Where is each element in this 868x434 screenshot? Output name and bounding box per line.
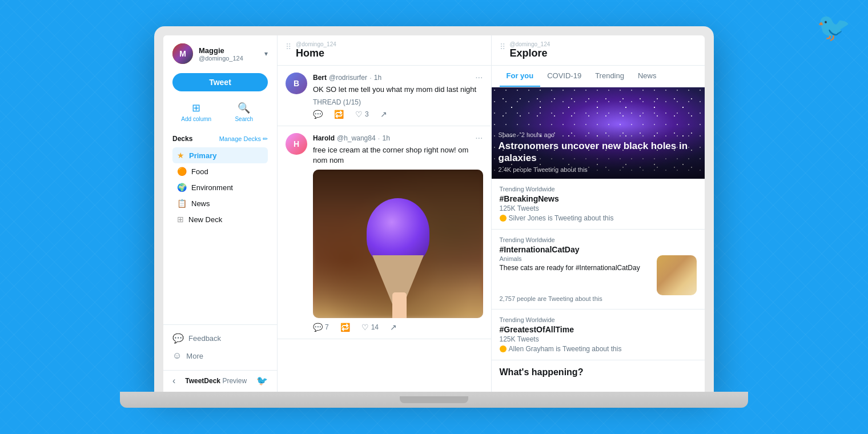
share-action[interactable]: ↗ bbox=[380, 110, 387, 119]
tweet-username: Bert bbox=[313, 74, 327, 82]
drag-handle-icon: ⠿ bbox=[286, 41, 291, 51]
laptop-notch bbox=[400, 396, 468, 403]
search-icon: 🔍 bbox=[238, 102, 250, 114]
explore-body: Space · 2 hours ago Astronomers uncover … bbox=[492, 87, 705, 392]
tab-covid19[interactable]: COVID-19 bbox=[540, 66, 588, 87]
like-count: 3 bbox=[365, 110, 369, 118]
avatar-image: M bbox=[172, 43, 193, 64]
tweet-text: free ice cream at the corner shop right … bbox=[313, 145, 483, 166]
chevron-down-icon[interactable]: ▾ bbox=[264, 50, 268, 58]
trending-description: These cats are ready for #InternationalC… bbox=[500, 264, 652, 272]
deck-item-news[interactable]: 📋 News bbox=[172, 195, 268, 211]
like-action[interactable]: ♡ 3 bbox=[355, 110, 369, 119]
tab-trending[interactable]: Trending bbox=[588, 66, 631, 87]
retweet-action[interactable]: 🔁 bbox=[334, 110, 344, 119]
ice-cream-hand bbox=[392, 292, 407, 318]
laptop-shell: M Maggie @domingo_124 ▾ Tweet bbox=[154, 26, 714, 392]
trending-by: Allen Grayham is Tweeting about this bbox=[500, 345, 697, 353]
share-action[interactable]: ↗ bbox=[390, 323, 397, 332]
tab-news[interactable]: News bbox=[631, 66, 664, 87]
reply-action[interactable]: 💬 bbox=[313, 110, 323, 119]
trending-cat-image bbox=[657, 255, 697, 295]
hero-stats: 2.4K people Tweeting about this bbox=[499, 166, 698, 173]
sidebar-user-header: M Maggie @domingo_124 ▾ bbox=[163, 35, 277, 70]
trending-item-breaking-news[interactable]: Trending Worldwide #BreakingNews 125K Tw… bbox=[492, 179, 705, 230]
tweet-more-icon[interactable]: ··· bbox=[475, 133, 483, 143]
tweet-more-icon[interactable]: ··· bbox=[475, 73, 483, 83]
ice-cream-photo bbox=[313, 170, 483, 318]
feedback-item[interactable]: 💬 Feedback bbox=[172, 329, 268, 347]
tweetdeck-app: M Maggie @domingo_124 ▾ Tweet bbox=[163, 35, 705, 392]
drag-handle-icon: ⠿ bbox=[500, 41, 505, 51]
trending-text: Animals These cats are ready for #Intern… bbox=[500, 255, 652, 274]
hero-overlay: Space · 2 hours ago Astronomers uncover … bbox=[492, 126, 705, 179]
reply-action[interactable]: 💬 7 bbox=[313, 323, 329, 332]
deck-label-food: Food bbox=[191, 167, 208, 176]
trending-item-goat[interactable]: Trending Worldwide #GreatestOfAllTime 12… bbox=[492, 310, 705, 360]
footer-twitter-icon: 🐦 bbox=[256, 375, 268, 386]
user-info: Maggie @domingo_124 bbox=[199, 46, 243, 62]
hero-category: Space · 2 hours ago bbox=[499, 131, 698, 138]
tweet-avatar: B bbox=[286, 73, 307, 94]
back-arrow-icon[interactable]: ‹ bbox=[172, 376, 175, 386]
tweet-content: Harold @h_wang84 · 1h ··· free ice cream… bbox=[313, 133, 483, 331]
explore-column-title: Explore bbox=[510, 47, 697, 59]
tweet-handle: @rodrisurfer bbox=[329, 74, 367, 82]
tweet-header: Harold @h_wang84 · 1h ··· bbox=[313, 133, 483, 143]
sidebar-nav: ⊞ Add column 🔍 Search bbox=[163, 99, 277, 129]
tab-for-you[interactable]: For you bbox=[500, 66, 541, 87]
tweet-button[interactable]: Tweet bbox=[172, 73, 268, 91]
like-count: 14 bbox=[371, 323, 379, 331]
search-nav[interactable]: 🔍 Search bbox=[220, 102, 268, 122]
share-icon: ↗ bbox=[380, 110, 387, 119]
trending-tag: #BreakingNews bbox=[500, 194, 697, 203]
deck-label-news: News bbox=[191, 199, 210, 208]
laptop-screen: M Maggie @domingo_124 ▾ Tweet bbox=[163, 35, 705, 392]
explore-hero: Space · 2 hours ago Astronomers uncover … bbox=[492, 87, 705, 179]
tweet-actions: 💬 7 🔁 ♡ 14 bbox=[313, 323, 483, 332]
feedback-icon: 💬 bbox=[172, 333, 184, 344]
home-column: ⠿ @domingo_124 Home B bbox=[278, 35, 492, 392]
tweet-user-info: Harold @h_wang84 · 1h bbox=[313, 134, 390, 143]
deck-item-food[interactable]: 🟠 Food bbox=[172, 163, 268, 179]
user-profile[interactable]: M Maggie @domingo_124 bbox=[172, 43, 243, 64]
tweet-thread-label: THREAD (1/15) bbox=[313, 98, 483, 106]
separator: · bbox=[378, 134, 380, 143]
tweet-time: 1h bbox=[374, 74, 381, 82]
heart-icon: ♡ bbox=[361, 323, 369, 332]
search-label: Search bbox=[235, 116, 253, 122]
retweet-icon: 🔁 bbox=[340, 323, 350, 332]
more-item[interactable]: ☺ More bbox=[172, 347, 268, 364]
tweet-username: Harold bbox=[313, 134, 335, 142]
user-name: Maggie bbox=[199, 46, 243, 55]
like-action[interactable]: ♡ 14 bbox=[361, 323, 379, 332]
trending-label: Trending Worldwide bbox=[500, 316, 697, 323]
trending-count: 125K Tweets bbox=[500, 335, 697, 343]
trending-tag: #InternationalCatDay bbox=[500, 245, 697, 254]
deck-item-primary[interactable]: ★ Primary bbox=[172, 147, 268, 163]
user-handle: @domingo_124 bbox=[199, 55, 243, 62]
more-icon: ☺ bbox=[172, 351, 182, 361]
deck-label-primary: Primary bbox=[189, 151, 216, 160]
retweet-action[interactable]: 🔁 bbox=[340, 323, 350, 332]
trending-item-cat-day[interactable]: Trending Worldwide #InternationalCatDay … bbox=[492, 230, 705, 310]
deck-item-new[interactable]: ⊞ New Deck bbox=[172, 211, 268, 227]
trending-with-image: Animals These cats are ready for #Intern… bbox=[500, 255, 697, 295]
explore-column-header: ⠿ @domingo_124 Explore bbox=[492, 35, 705, 66]
manage-decks-button[interactable]: Manage Decks ✏ bbox=[219, 135, 268, 143]
add-column-nav[interactable]: ⊞ Add column bbox=[172, 102, 220, 122]
more-label: More bbox=[186, 352, 203, 360]
trending-people-count: 2,757 people are Tweeting about this bbox=[500, 295, 697, 302]
home-column-title: Home bbox=[296, 47, 483, 59]
explore-tabs: For you COVID-19 Trending News bbox=[492, 66, 705, 87]
new-deck-icon: ⊞ bbox=[177, 215, 184, 224]
reply-icon: 💬 bbox=[313, 110, 323, 119]
tweet-handle: @h_wang84 bbox=[337, 134, 376, 142]
hero-title: Astronomers uncover new black holes in g… bbox=[499, 140, 698, 164]
tweet-card: H Harold @h_wang84 · 1h ··· bbox=[278, 126, 491, 339]
feedback-label: Feedback bbox=[188, 334, 221, 343]
reply-icon: 💬 bbox=[313, 323, 323, 332]
add-column-icon: ⊞ bbox=[192, 102, 200, 114]
deck-item-environment[interactable]: 🌍 Environment bbox=[172, 179, 268, 195]
column-handle-label: @domingo_124 bbox=[510, 41, 697, 47]
